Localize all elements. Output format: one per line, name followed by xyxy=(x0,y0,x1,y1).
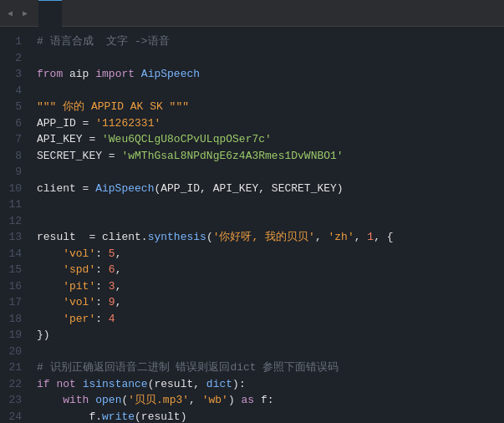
line-number: 12 xyxy=(0,213,22,230)
line-number: 20 xyxy=(0,344,22,360)
line-number: 15 xyxy=(0,262,22,278)
line-numbers: 1234567891011121314151617181920212223242… xyxy=(0,27,30,423)
code-token: '你好呀, 我的贝贝' xyxy=(213,229,315,246)
code-token: , { xyxy=(374,229,393,246)
code-token: synthesis xyxy=(148,229,206,246)
code-line: if not isinstance(result, dict): xyxy=(37,376,504,393)
code-token: aip xyxy=(69,66,89,83)
code-token: client xyxy=(102,229,141,246)
code-token: . xyxy=(141,229,148,246)
code-token: , xyxy=(189,392,202,409)
code-token: 'wb' xyxy=(202,392,228,409)
code-token: isinstance xyxy=(83,376,148,393)
code-token: '11262331' xyxy=(95,115,160,132)
line-number: 9 xyxy=(0,164,22,181)
code-token: from xyxy=(37,66,69,83)
code-line: 'spd': 6, xyxy=(37,262,504,278)
code-token: f: xyxy=(261,392,274,409)
code-token: (result, xyxy=(148,376,206,393)
code-token: : xyxy=(95,311,109,328)
code-token: f xyxy=(89,409,95,424)
code-token: = xyxy=(83,131,102,148)
code-token: 'zh' xyxy=(328,229,354,246)
line-number: 22 xyxy=(0,376,22,393)
line-number: 10 xyxy=(0,181,22,197)
line-number: 19 xyxy=(0,327,22,344)
line-number: 5 xyxy=(0,99,22,115)
code-line: 'pit': 3, xyxy=(37,278,504,295)
code-token: 'per' xyxy=(63,311,95,328)
line-number: 14 xyxy=(0,246,22,262)
code-token xyxy=(37,311,63,328)
code-token: = xyxy=(76,181,95,197)
forward-arrow[interactable]: ▶ xyxy=(18,4,32,23)
line-number: 17 xyxy=(0,294,22,311)
code-line xyxy=(37,213,504,230)
code-token: SECRET_KEY xyxy=(37,148,102,165)
code-line xyxy=(37,83,504,99)
code-token: dict xyxy=(206,376,232,393)
code-token: 'spd' xyxy=(63,262,95,278)
line-number: 16 xyxy=(0,278,22,295)
code-token: ( xyxy=(206,229,213,246)
code-line xyxy=(37,196,504,213)
code-token: """ 你的 APPID AK SK """ xyxy=(37,99,189,115)
code-token: 3 xyxy=(109,278,115,295)
code-line: APP_ID = '11262331' xyxy=(37,115,504,132)
code-token: write xyxy=(102,409,135,424)
line-number: 2 xyxy=(0,50,22,67)
code-token xyxy=(37,246,63,262)
code-token: . xyxy=(95,409,102,424)
code-token: APP_ID xyxy=(37,115,76,132)
line-number: 4 xyxy=(0,83,22,99)
code-line: 'vol': 5, xyxy=(37,246,504,262)
code-token: ( xyxy=(121,392,128,409)
code-token: 'vol' xyxy=(63,246,95,262)
code-token: if xyxy=(37,376,56,393)
line-number: 21 xyxy=(0,359,22,376)
code-token: , xyxy=(115,246,122,262)
code-line: from aip import AipSpeech xyxy=(37,66,504,83)
code-editor: 1234567891011121314151617181920212223242… xyxy=(0,27,504,423)
code-token: 9 xyxy=(109,294,115,311)
code-token: AipSpeech xyxy=(95,181,154,197)
code-token: = xyxy=(76,115,95,132)
code-line: result = client.synthesis('你好呀, 我的贝贝', '… xyxy=(37,229,504,246)
code-token: }) xyxy=(37,327,50,344)
code-token xyxy=(37,294,63,311)
code-token: ): xyxy=(232,376,246,393)
code-token: 'pit' xyxy=(63,278,95,295)
code-token xyxy=(37,409,89,424)
code-line: with open('贝贝.mp3', 'wb') as f: xyxy=(37,392,504,409)
title-bar: ◀ ▶ xyxy=(0,0,504,27)
code-token: , xyxy=(115,278,122,295)
code-token: : xyxy=(95,278,109,295)
code-token: import xyxy=(89,66,140,83)
code-token: 'Weu6QCLgU8oCPvULqpOSer7c' xyxy=(102,131,272,148)
line-number: 23 xyxy=(0,392,22,409)
code-line: # 语言合成 文字 ->语音 xyxy=(37,33,504,50)
back-arrow[interactable]: ◀ xyxy=(3,4,17,23)
code-line: 'vol': 9, xyxy=(37,294,504,311)
line-number: 3 xyxy=(0,66,22,83)
code-line: f.write(result) xyxy=(37,409,504,424)
code-line: """ 你的 APPID AK SK """ xyxy=(37,99,504,115)
code-line: # 识别正确返回语音二进制 错误则返回dict 参照下面错误码 xyxy=(37,359,504,376)
code-token: AipSpeech xyxy=(141,66,200,83)
code-token xyxy=(37,278,63,295)
code-line: SECRET_KEY = 'wMThGsaL8NPdNgE6z4A3Rmes1D… xyxy=(37,148,504,165)
code-token: API_KEY xyxy=(37,131,83,148)
code-token: open xyxy=(95,392,121,409)
code-line xyxy=(37,50,504,67)
code-content[interactable]: # 语言合成 文字 ->语音 from aip import AipSpeech… xyxy=(30,27,504,423)
code-token: : xyxy=(95,262,109,278)
code-token: 5 xyxy=(109,246,115,262)
code-line: }) xyxy=(37,327,504,344)
file-tab[interactable] xyxy=(38,0,62,27)
code-token: result xyxy=(37,229,76,246)
code-token: 'vol' xyxy=(63,294,95,311)
code-token xyxy=(37,262,63,278)
code-token: : xyxy=(95,246,109,262)
code-token: , xyxy=(115,262,122,278)
code-token: ) xyxy=(228,392,242,409)
